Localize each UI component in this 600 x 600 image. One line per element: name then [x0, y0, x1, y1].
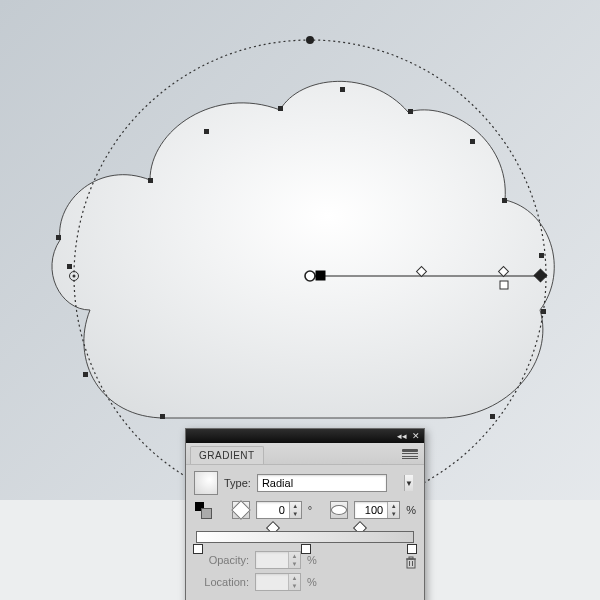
svg-rect-9 — [539, 253, 544, 258]
svg-rect-4 — [278, 106, 283, 111]
aspect-field[interactable]: ▲▼ — [354, 501, 400, 519]
reverse-gradient-icon[interactable] — [194, 501, 212, 519]
aspect-unit: % — [406, 504, 416, 516]
svg-rect-3 — [204, 129, 209, 134]
panel-tabbar: GRADIENT — [186, 443, 424, 465]
angle-field[interactable]: ▲▼ — [256, 501, 302, 519]
gradient-ramp[interactable] — [196, 531, 414, 543]
tab-gradient[interactable]: GRADIENT — [190, 446, 264, 464]
svg-rect-6 — [408, 109, 413, 114]
svg-rect-5 — [340, 87, 345, 92]
angle-unit: ° — [308, 504, 312, 516]
aspect-input[interactable] — [355, 502, 387, 518]
location-input — [256, 574, 288, 590]
angle-stepper[interactable]: ▲▼ — [289, 502, 301, 518]
annotator-origin[interactable] — [305, 271, 315, 281]
opacity-field: ▲▼ — [255, 551, 301, 569]
opacity-label: Opacity: — [194, 554, 249, 566]
svg-rect-2 — [148, 178, 153, 183]
annotator-start-stop[interactable] — [316, 271, 325, 280]
svg-rect-7 — [470, 139, 475, 144]
panel-header: ◂◂ ✕ — [186, 429, 424, 443]
svg-rect-12 — [160, 414, 165, 419]
svg-rect-11 — [490, 414, 495, 419]
angle-input[interactable] — [257, 502, 289, 518]
svg-rect-13 — [83, 372, 88, 377]
gradient-swatch[interactable] — [194, 471, 218, 495]
type-label: Type: — [224, 477, 251, 489]
gradient-slider[interactable] — [196, 531, 414, 543]
chevron-down-icon[interactable]: ▼ — [404, 475, 413, 491]
collapse-icon[interactable]: ◂◂ — [396, 431, 408, 441]
location-label: Location: — [194, 576, 249, 588]
gradient-panel: ◂◂ ✕ GRADIENT Type: ▼ ▲▼ ° — [185, 428, 425, 600]
stop-controls: Opacity: ▲▼ % Location: ▲▼ % — [194, 551, 416, 591]
opacity-unit: % — [307, 554, 317, 566]
svg-rect-1 — [56, 235, 61, 240]
svg-rect-8 — [502, 198, 507, 203]
close-icon[interactable]: ✕ — [410, 431, 422, 441]
gradient-extent-top-handle[interactable] — [306, 36, 314, 44]
cloud-shape[interactable] — [52, 81, 554, 418]
angle-icon — [232, 501, 250, 519]
type-select[interactable]: ▼ — [257, 474, 387, 492]
panel-body: Type: ▼ ▲▼ ° ▲▼ % — [186, 465, 424, 600]
gradient-extent-left-dot — [73, 275, 76, 278]
aspect-ratio-icon — [330, 501, 348, 519]
svg-rect-0 — [67, 264, 72, 269]
location-field: ▲▼ — [255, 573, 301, 591]
aspect-stepper[interactable]: ▲▼ — [387, 502, 399, 518]
type-input[interactable] — [258, 475, 404, 491]
opacity-input — [256, 552, 288, 568]
annotator-bottom-stop[interactable] — [500, 281, 508, 289]
location-unit: % — [307, 576, 317, 588]
panel-menu-icon[interactable] — [402, 448, 418, 460]
